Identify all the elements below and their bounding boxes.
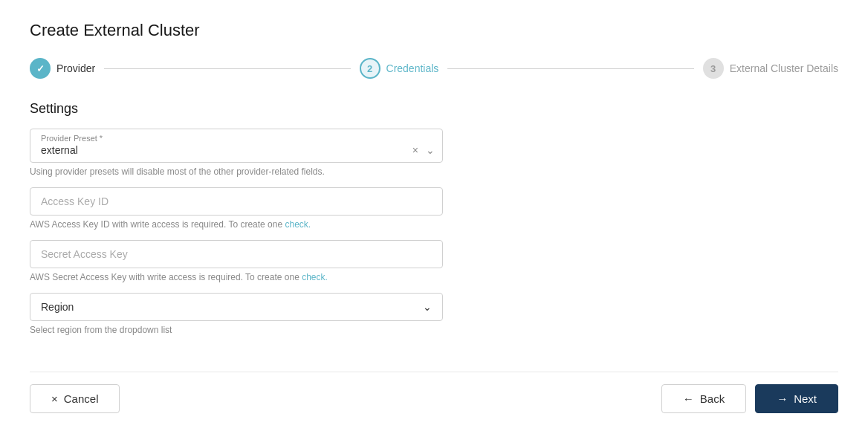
region-chevron-icon[interactable]: ⌄	[423, 302, 432, 312]
secret-access-key-group: AWS Secret Access Key with write access …	[30, 240, 838, 282]
cancel-button[interactable]: × Cancel	[30, 384, 120, 413]
access-key-id-hint-text: AWS Access Key ID with write access is r…	[30, 219, 285, 230]
next-label: Next	[794, 392, 817, 405]
next-button[interactable]: → Next	[755, 384, 838, 413]
secret-access-key-input[interactable]	[30, 241, 442, 268]
step-credentials-label: Credentials	[386, 62, 439, 74]
step-connector-2	[447, 68, 693, 69]
cancel-x-icon: ×	[51, 392, 58, 405]
step-cluster-details-circle: 3	[703, 58, 724, 79]
right-buttons: ← Back → Next	[661, 384, 838, 413]
access-key-id-input[interactable]	[30, 188, 442, 215]
step-connector-1	[104, 68, 350, 69]
step-cluster-details: 3 External Cluster Details	[703, 58, 838, 79]
access-key-id-hint: AWS Access Key ID with write access is r…	[30, 219, 838, 230]
form-area: Settings Provider Preset * external × ⌄ …	[30, 101, 838, 372]
provider-preset-hint: Using provider presets will disable most…	[30, 166, 838, 177]
page-container: Create External Cluster ✓ Provider 2 Cre…	[0, 0, 868, 434]
secret-access-key-hint-link[interactable]: check.	[302, 272, 328, 282]
region-group: Region ⌄ Select region from the dropdown…	[30, 293, 838, 335]
step-credentials-number: 2	[367, 63, 372, 74]
provider-preset-icons: × ⌄	[412, 145, 435, 155]
section-title: Settings	[30, 101, 838, 117]
step-credentials-circle: 2	[360, 58, 380, 79]
back-button[interactable]: ← Back	[661, 384, 746, 413]
secret-access-key-wrapper	[30, 240, 443, 268]
access-key-id-wrapper	[30, 187, 443, 216]
step-provider-label: Provider	[56, 62, 95, 74]
step-credentials: 2 Credentials	[360, 58, 439, 79]
access-key-id-hint-link[interactable]: check.	[285, 219, 311, 230]
secret-access-key-hint-text: AWS Secret Access Key with write access …	[30, 272, 302, 282]
secret-access-key-hint: AWS Secret Access Key with write access …	[30, 272, 838, 282]
region-wrapper[interactable]: Region ⌄	[30, 293, 443, 321]
step-provider: ✓ Provider	[30, 58, 95, 79]
page-title: Create External Cluster	[30, 21, 838, 40]
provider-preset-value: external	[41, 144, 78, 156]
region-placeholder: Region	[41, 301, 74, 313]
back-label: Back	[700, 392, 725, 405]
provider-preset-input-box[interactable]: Provider Preset * external × ⌄	[30, 129, 443, 163]
step-cluster-details-number: 3	[710, 63, 716, 74]
access-key-id-group: AWS Access Key ID with write access is r…	[30, 187, 838, 230]
back-arrow-icon: ←	[683, 392, 694, 405]
provider-preset-label: Provider Preset *	[30, 129, 442, 143]
region-hint: Select region from the dropdown list	[30, 325, 838, 335]
region-select-display[interactable]: Region ⌄	[30, 294, 442, 320]
bottom-bar: × Cancel ← Back → Next	[30, 372, 838, 413]
step-cluster-details-label: External Cluster Details	[730, 62, 838, 74]
provider-preset-value-row: external × ⌄	[30, 143, 442, 162]
stepper: ✓ Provider 2 Credentials 3 External Clus…	[30, 58, 838, 79]
provider-preset-chevron-icon[interactable]: ⌄	[426, 145, 435, 155]
step-provider-circle: ✓	[30, 58, 51, 79]
provider-preset-group: Provider Preset * external × ⌄ Using pro…	[30, 129, 838, 177]
step-provider-check: ✓	[36, 63, 45, 74]
provider-preset-clear-icon[interactable]: ×	[412, 145, 418, 155]
next-arrow-icon: →	[777, 392, 788, 405]
cancel-label: Cancel	[64, 392, 99, 405]
